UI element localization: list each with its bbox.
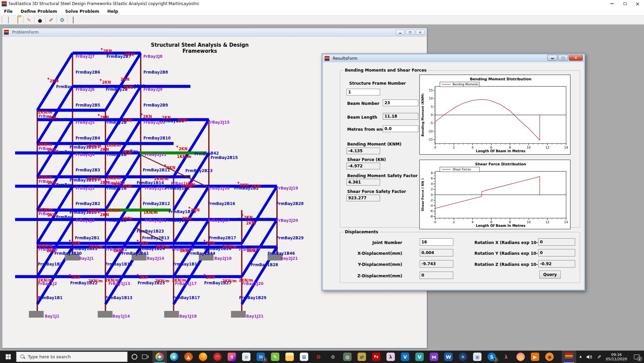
- brush-icon: ✐: [49, 17, 53, 23]
- taskbar-icon-file-explorer[interactable]: [282, 351, 297, 363]
- visual-studio-icon: ⋈: [430, 353, 438, 361]
- book-button[interactable]: [68, 16, 78, 24]
- vscode-icon: V: [401, 353, 409, 361]
- task-view-icon[interactable]: [142, 355, 147, 359]
- maximize-button[interactable]: [618, 0, 631, 7]
- frame-member-label: Bay2J21: [280, 257, 298, 261]
- svg-text:0: 0: [434, 146, 436, 149]
- y-displacement-field[interactable]: [420, 260, 453, 268]
- taskbar-icon-settings[interactable]: ⚙: [326, 351, 340, 363]
- pencil-button[interactable]: ✎: [24, 16, 34, 24]
- taskbar-icon-firefox[interactable]: [196, 351, 210, 363]
- menu-item-help[interactable]: Help: [103, 9, 122, 14]
- load-label: ▼: [100, 79, 102, 82]
- rotation-x-field[interactable]: [538, 238, 575, 246]
- menu-item-define-problem[interactable]: Define Problem: [17, 9, 61, 14]
- results-form-close-button[interactable]: ✕: [569, 55, 583, 61]
- load-label: ▼: [137, 240, 139, 242]
- clock[interactable]: 09:16 05/11/2020: [604, 351, 629, 363]
- gear-button[interactable]: ⚙: [57, 16, 67, 24]
- taskbar-icon-deploy-app[interactable]: ⇄: [355, 351, 369, 363]
- frame-member-label: FrmBay2B2: [76, 202, 100, 206]
- tray-expand-icon[interactable]: ∧: [576, 351, 585, 363]
- ink-bottle-button[interactable]: ⬤: [35, 16, 45, 24]
- metres-from-end1-input[interactable]: [383, 125, 418, 132]
- taskbar-icon-ms-store[interactable]: ⊞: [297, 351, 311, 363]
- x-displacement-field[interactable]: [420, 249, 453, 256]
- taskbar-search[interactable]: Type here to search: [16, 352, 128, 362]
- beam-number-input[interactable]: [383, 99, 418, 106]
- cortana-icon[interactable]: [132, 354, 137, 360]
- group1-title: Bending Moments and Shear Forces: [343, 68, 428, 73]
- y-displacement-label: Y-Displacment(mm): [345, 262, 402, 267]
- menu-item-solve-problem[interactable]: Solve Problem: [61, 9, 103, 14]
- menu-item-file[interactable]: File: [0, 9, 17, 14]
- frame-member-label: FrBay1J2: [38, 282, 57, 286]
- pen-icon[interactable]: ✎: [593, 352, 605, 362]
- taskbar-icon-filezilla[interactable]: Fz: [369, 351, 383, 363]
- taskbar-icon-opera[interactable]: O: [311, 351, 326, 363]
- taskbar-icon-media-player[interactable]: ▶: [528, 351, 542, 363]
- problem-form-titlebar[interactable]: ProblemForm ✕: [2, 28, 427, 37]
- taskbar-icon-notepad[interactable]: ≡: [239, 351, 254, 363]
- taskbar-icon-edge[interactable]: e: [167, 351, 181, 363]
- lambda-app-icon: λ: [502, 353, 510, 361]
- taskbar-icon-server-app[interactable]: ◍: [340, 351, 355, 363]
- query-button[interactable]: Query: [539, 271, 561, 279]
- taskbar-icon-red-swirl-app[interactable]: ◠: [210, 351, 225, 363]
- taskbar-icon-word[interactable]: W: [441, 351, 456, 363]
- taskbar-app-icons: e▲◠IJ≡✉4✎⊞O⚙◍⇄FzλVV⋈W✳▣S3λ▶◉: [152, 351, 557, 363]
- taskbar-icon-tauelastica[interactable]: [562, 351, 576, 363]
- structure-frame-number-input[interactable]: [347, 89, 380, 95]
- rotation-y-label: Rotation Y (Radians exp 10-3): [474, 251, 534, 256]
- taskbar-icon-chrome[interactable]: [152, 351, 167, 363]
- taskbar-icon-miktex[interactable]: λ: [383, 351, 398, 363]
- start-button[interactable]: [0, 351, 16, 363]
- problem-form-maximize-button[interactable]: [406, 30, 415, 35]
- clock-date: 05/11/2020: [606, 357, 627, 361]
- taskbar-icon-intellij[interactable]: IJ: [225, 351, 239, 363]
- new-file-button[interactable]: [4, 16, 13, 24]
- beam-length-field[interactable]: [383, 113, 418, 120]
- taskbar-icon-flame-app[interactable]: [513, 351, 528, 363]
- notification-center-icon[interactable]: 2: [629, 351, 644, 363]
- bending-moment-safety-factor-field[interactable]: [347, 179, 380, 186]
- skype-badge: 3: [493, 357, 498, 362]
- taskbar-icon-openvpn[interactable]: ◉: [542, 351, 557, 363]
- shear-force-field[interactable]: [347, 163, 380, 169]
- taskbar-icon-tree-circle-app[interactable]: ✳: [456, 351, 470, 363]
- joint-number-input[interactable]: [420, 238, 453, 246]
- results-form-maximize-button[interactable]: [558, 55, 568, 61]
- frame-member-label: FrmBay2B4: [76, 136, 100, 140]
- problem-form-minimize-button[interactable]: [396, 30, 405, 35]
- frame-member-label: FrBay2J9: [143, 88, 163, 92]
- taskbar-icon-visual-studio[interactable]: ⋈: [427, 351, 441, 363]
- word-icon: W: [444, 353, 453, 361]
- bending-moment-label: Bending Moment (KNM): [347, 142, 401, 147]
- brush-button[interactable]: ✐: [46, 16, 56, 24]
- taskbar-icon-rocket-app[interactable]: ▲: [181, 351, 196, 363]
- displacements-group: Displacements Joint Number X-Displacment…: [340, 232, 580, 283]
- taskbar-icon-lambda-app[interactable]: λ: [499, 351, 513, 363]
- taskbar-icon-mail[interactable]: ✉4: [254, 351, 268, 363]
- rotation-z-field[interactable]: [538, 260, 575, 268]
- shear-force-safety-factor-field[interactable]: [347, 195, 380, 201]
- taskbar-icon-vscode-insiders[interactable]: V: [412, 351, 427, 363]
- rotation-y-field[interactable]: [538, 249, 575, 256]
- taskbar-icon-skype[interactable]: S3: [485, 351, 499, 363]
- z-displacement-field[interactable]: [420, 272, 453, 279]
- svg-text:-5: -5: [430, 121, 433, 125]
- load-label: 2KN/: [182, 217, 192, 221]
- load-label: 2KN: [50, 79, 59, 83]
- open-folder-button[interactable]: [13, 16, 22, 24]
- results-form-titlebar[interactable]: ResultsForm ✕: [323, 55, 584, 62]
- taskbar-icon-vscode[interactable]: V: [398, 351, 412, 363]
- close-button[interactable]: ×: [631, 0, 644, 7]
- results-form-minimize-button[interactable]: [547, 55, 557, 61]
- taskbar-icon-notepad-plus-plus[interactable]: ✎: [268, 351, 282, 363]
- minimize-button[interactable]: [606, 0, 618, 7]
- taskbar-icon-cube-app[interactable]: ▣: [470, 351, 485, 363]
- frame-member-label: FrmBay2B28: [276, 202, 304, 206]
- bending-moment-field[interactable]: [347, 148, 380, 154]
- problem-form-close-button[interactable]: ✕: [416, 30, 425, 35]
